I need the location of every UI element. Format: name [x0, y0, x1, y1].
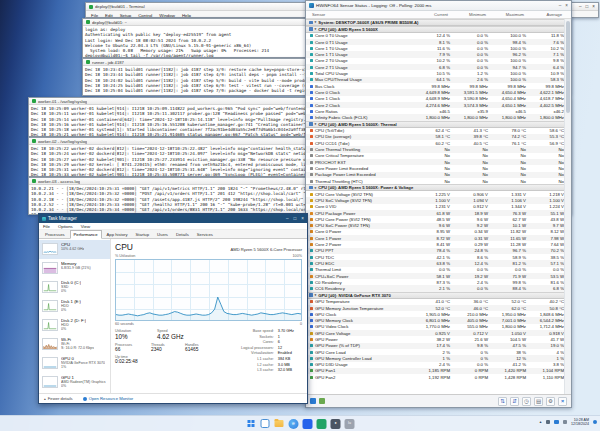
expand-values-icon[interactable]: ⇵ — [510, 397, 519, 406]
app-blue-icon[interactable] — [303, 419, 313, 429]
hwinfo-scrollbar-thumb[interactable] — [566, 21, 570, 113]
sensor-row[interactable]: Core 2 T1 Usage6.8 %0.0 %94.7 %6.4 % — [306, 64, 564, 70]
sensor-row[interactable]: Core Ratiosx46.5x35.9x46.5x46.2 — [306, 108, 564, 114]
sensor-row[interactable]: Core 1 Clock4,648.9 MHz3,590.8 MHz4,650.… — [306, 96, 564, 102]
sensor-row[interactable]: CPU (Tctl/Tdie)62.4 °C41.3 °C78.0 °C58.6… — [306, 128, 564, 134]
task-manager-window[interactable]: Task Manager –□× FileOptionsView Process… — [38, 213, 308, 404]
sensor-row[interactable]: Core 0 T0 Usage12.4 %0.0 %100.0 %11.8 % — [306, 33, 564, 39]
sensor-section-header[interactable]: ▾System: DESKTOP-5600X (ASUS PRIME B550M… — [306, 19, 564, 26]
file-explorer-icon[interactable] — [274, 418, 285, 429]
hwinfo-scrollbar[interactable] — [564, 19, 571, 394]
open-resource-monitor-link[interactable]: Open Resource Monitor — [83, 396, 133, 401]
column-average[interactable]: Average — [524, 12, 562, 17]
sidebar-item-memory[interactable]: Memory6.8/31.9 GB (21%) — [39, 259, 110, 278]
tab-processes[interactable]: Processes — [42, 231, 68, 239]
sensor-row[interactable]: Total CPU Usage10.5 %1.2 %100.0 %10.9 % — [306, 70, 564, 76]
window-control-button--[interactable]: – — [286, 216, 289, 221]
sensor-row[interactable]: PROCHOT EXTNoNoNoNo — [306, 159, 564, 165]
sensor-section-header[interactable]: ▾CPU [#0]: AMD Ryzen 5 5600X: Power & Vo… — [306, 184, 564, 191]
sensor-row[interactable]: Core 2 Power8.41 W0.29 W11.28 W7.64 W — [306, 241, 564, 247]
sensor-row[interactable]: CPU EDC63.8 %12.4 %81.2 %57.1 % — [306, 260, 564, 266]
window-control-button--[interactable]: × — [301, 216, 304, 221]
app-green-icon[interactable] — [317, 419, 327, 429]
sensor-row[interactable]: GPU Core Load2 %0 %38 %4 % — [306, 349, 564, 355]
sensor-row[interactable]: CPU SoC Power (SVI2 TFN)9.6 W9.2 W10.1 W… — [306, 223, 564, 229]
sensor-row[interactable]: CPU Die (average)58.1 °C39.8 °C74.2 °C55… — [306, 134, 564, 140]
sensor-section-header[interactable]: ▾GPU [#0]: NVIDIA GeForce RTX 3070 — [306, 292, 564, 299]
window-control-button--[interactable]: □ — [586, 5, 589, 9]
report-icon[interactable]: ▤ — [534, 397, 543, 406]
collapse-values-icon[interactable]: ⇅ — [498, 397, 507, 406]
taskbar-clock[interactable]: 10:28 AM 12/18/2024 — [571, 418, 589, 427]
sensor-row[interactable]: CPU SoC Voltage (SVI2 TFN)1.100 V1.094 V… — [306, 197, 564, 203]
sensor-row[interactable]: Core 1 T0 Usage11.6 %0.0 %100.0 %10.2 % — [306, 45, 564, 51]
window-control-button--[interactable]: × — [565, 3, 568, 8]
task-view-icon[interactable] — [261, 419, 270, 428]
edge-browser-icon[interactable]: e — [289, 419, 299, 429]
tab-details[interactable]: Details — [173, 231, 192, 239]
cpu-utilization-graph[interactable] — [115, 259, 302, 321]
sensor-row[interactable]: Max CPU/Thread Usage64.1 %2.6 %100.0 %58… — [306, 77, 564, 83]
sensor-row[interactable]: CPU CCD1 (Tdie)60.2 °C40.5 °C76.1 °C56.9… — [306, 140, 564, 146]
media-app-icon[interactable]: lu — [345, 419, 355, 429]
sensor-row[interactable]: Core 1 T1 Usage7.9 %0.0 %96.2 %7.1 % — [306, 51, 564, 57]
tab-services[interactable]: Services — [194, 231, 216, 239]
window-control-button--[interactable]: □ — [294, 216, 297, 221]
battery-icon[interactable] — [563, 420, 568, 425]
sensor-row[interactable]: GPU Power (% of TDP)17.4 %9.8 %47.5 %19.… — [306, 343, 564, 349]
logging-stop-icon[interactable] — [319, 398, 325, 404]
menu-item-setup[interactable]: Setup — [120, 13, 131, 16]
sensor-row[interactable]: GPU Power38.2 W21.6 W104.5 W41.7 W — [306, 336, 564, 342]
tab-performance[interactable]: Performance — [70, 230, 102, 240]
sensor-row[interactable]: Core Thermal ThrottlingNoNoNoNo — [306, 146, 564, 152]
sensor-row[interactable]: Core 0 Clock4,649.8 MHz3,591.5 MHz4,650.… — [306, 89, 564, 95]
sidebar-item-cpu[interactable]: CPU10% 4.62 GHz — [39, 240, 110, 259]
camera-app-icon[interactable]: ● — [331, 419, 341, 429]
hwinfo-titlebar[interactable]: HWiNFO64 Sensor Status - Logging: Off - … — [306, 1, 571, 11]
volume-icon[interactable] — [554, 420, 559, 425]
fewer-details-toggle[interactable]: ▴ Fewer details — [44, 396, 73, 401]
sensor-row[interactable]: Core 0 Power8.95 W0.34 W11.82 W8.12 W — [306, 229, 564, 235]
sensor-row[interactable]: Infinity Fabric Clock (FCLK)1,800.0 MHz1… — [306, 114, 564, 120]
sensor-row[interactable]: GPU D3D Usage2.4 %0.0 %41.2 %3.8 % — [306, 362, 564, 368]
sensor-row[interactable]: Core 0 VID1.231 V0.912 V1.344 V1.224 V — [306, 204, 564, 210]
sidebar-item-disk-0-c-[interactable]: Disk 0 (C:)SSD0% — [39, 278, 110, 297]
sensor-row[interactable]: GPU Clock1,905.0 MHz210.0 MHz1,950.0 MHz… — [306, 311, 564, 317]
window-control-button--[interactable]: × — [592, 5, 595, 9]
sensor-row[interactable]: GPU Memory Junction Temperature52.0 °C46… — [306, 305, 564, 311]
menu-item-edit[interactable]: Edit — [105, 13, 113, 16]
sensor-row[interactable]: GPU Video Clock1,770.0 MHz555.0 MHz1,800… — [306, 324, 564, 330]
tab-users[interactable]: Users — [154, 231, 171, 239]
sensor-row[interactable]: Thermal Throttling (HTC)NoNoNoNo — [306, 178, 564, 184]
reset-clock-icon[interactable]: ◷ — [522, 397, 531, 406]
sensor-section-header[interactable]: ▾CPU [#0]: AMD Ryzen 5 5600X — [306, 26, 564, 33]
window-control-button--[interactable]: – — [559, 3, 562, 8]
sensor-row[interactable]: GPU Temperature41.0 °C36.0 °C52.0 °C40.2… — [306, 299, 564, 305]
menu-item-options[interactable]: Options — [58, 224, 73, 229]
settings-icon[interactable]: ⚙ — [546, 397, 555, 406]
tab-app-history[interactable]: App history — [104, 231, 131, 239]
network-icon[interactable] — [546, 420, 551, 425]
sensor-row[interactable]: Core 1 Power8.72 W0.31 W11.65 W7.98 W — [306, 235, 564, 241]
sensor-row[interactable]: Core 0 T1 Usage8.1 %0.0 %98.4 %7.6 % — [306, 39, 564, 45]
menu-item-window[interactable]: Window — [159, 13, 175, 16]
column-sensor[interactable]: Sensor — [306, 12, 410, 17]
sensor-row[interactable]: Core Critical TemperatureNoNoNoNo — [306, 153, 564, 159]
sensor-row[interactable]: CPU Core Voltage (SVI2 TFN)1.225 V0.906 … — [306, 191, 564, 197]
sidebar-item-gpu-0[interactable]: GPU 0NVIDIA GeForce RTX 30701% — [39, 354, 110, 373]
sidebar-item-disk-1-e-[interactable]: Disk 1 (E:)HDD0% — [39, 297, 110, 316]
sensor-row[interactable]: GPU Memory Clock6,801.0 MHz405.0 MHz7,00… — [306, 317, 564, 323]
column-minimum[interactable]: Minimum — [448, 12, 486, 17]
logging-start-icon[interactable] — [310, 398, 316, 404]
sensor-row[interactable]: CPU+SoC Power58.1 W19.2 W71.9 W53.5 W — [306, 273, 564, 279]
start-icon[interactable] — [246, 418, 257, 429]
sensor-row[interactable]: GPU Memory Controller Load1 %0 %12 %1 % — [306, 355, 564, 361]
column-maximum[interactable]: Maximum — [486, 12, 524, 17]
window-control-button--[interactable]: – — [579, 5, 582, 9]
sensor-row[interactable]: GPU Fan21,192 RPM0 RPM1,428 RPM1,110 RPM — [306, 374, 564, 380]
sensor-row[interactable]: GPU Core Voltage0.925 V0.712 V1.050 V0.9… — [306, 330, 564, 336]
sensor-row[interactable]: GPU Fan11,185 RPM0 RPM1,420 RPM1,104 RPM — [306, 368, 564, 374]
menu-item-control[interactable]: Control — [138, 13, 152, 16]
menu-item-view[interactable]: View — [81, 224, 90, 229]
sensor-row[interactable]: C0 Residency87.3 %2.4 %99.8 %81.6 % — [306, 279, 564, 285]
